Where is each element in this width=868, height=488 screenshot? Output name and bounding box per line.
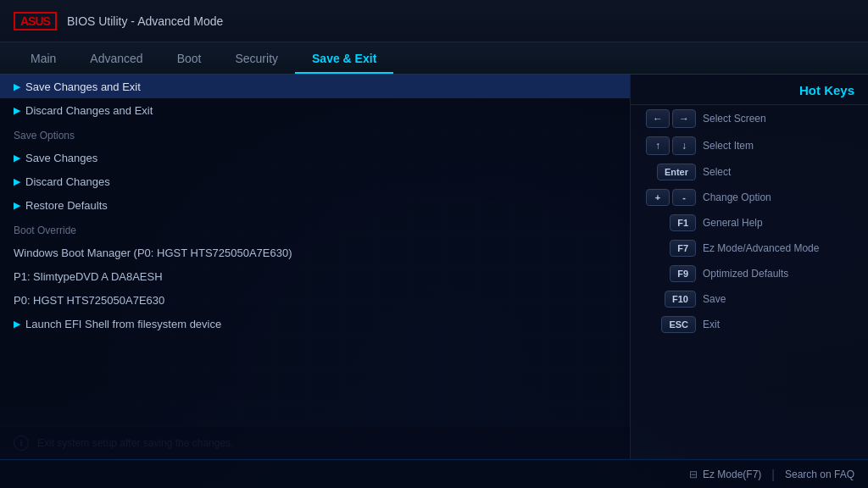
menu-item-label: Restore Defaults bbox=[25, 199, 108, 212]
hotkey-label-general-help: General Help bbox=[703, 217, 858, 229]
menu-item-label: P1: SlimtypeDVD A DA8AESH bbox=[14, 270, 163, 283]
menu-item-label: P0: HGST HTS725050A7E630 bbox=[14, 294, 164, 307]
arrow-icon: ▶ bbox=[14, 200, 20, 211]
key-enter: Enter bbox=[657, 164, 696, 180]
hotkey-keys: F7 bbox=[641, 240, 696, 257]
tab-advanced[interactable]: Advanced bbox=[73, 47, 159, 70]
key-f10: F10 bbox=[665, 291, 696, 308]
menu-item-save-changes-exit[interactable]: ▶ Save Changes and Exit bbox=[0, 75, 630, 98]
tab-security[interactable]: Security bbox=[218, 47, 295, 70]
hotkey-keys: Enter bbox=[641, 164, 696, 180]
menu-item-discard-changes-exit[interactable]: ▶ Discard Changes and Exit bbox=[0, 98, 630, 122]
hotkey-keys: ← → bbox=[641, 109, 696, 128]
hotkeys-panel: Hot Keys ← → Select Screen ↑ ↓ Select It… bbox=[631, 75, 868, 459]
menu-item-p0-hgst[interactable]: P0: HGST HTS725050A7E630 bbox=[0, 288, 630, 312]
ez-mode-icon: ⊟ bbox=[689, 469, 698, 480]
arrow-icon: ▶ bbox=[14, 81, 20, 92]
key-esc: ESC bbox=[661, 316, 696, 333]
key-up: ↑ bbox=[646, 136, 670, 155]
hotkey-label-exit: Exit bbox=[703, 319, 858, 330]
hotkey-label-select: Select bbox=[703, 166, 858, 178]
asus-logo-text: ASUS bbox=[14, 12, 57, 30]
tab-boot[interactable]: Boot bbox=[160, 47, 219, 70]
header: ASUS BIOS Utility - Advanced Mode bbox=[0, 0, 868, 42]
menu-item-label: Windows Boot Manager (P0: HGST HTS725050… bbox=[14, 247, 292, 259]
hotkey-select: Enter Select bbox=[631, 159, 868, 185]
key-f7: F7 bbox=[670, 240, 696, 257]
hotkey-keys: F10 bbox=[641, 291, 696, 308]
menu-item-label: Save Changes and Exit bbox=[25, 80, 141, 93]
menu-item-label: Discard Changes and Exit bbox=[25, 104, 153, 117]
hotkey-select-item: ↑ ↓ Select Item bbox=[631, 132, 868, 159]
hotkey-keys: ↑ ↓ bbox=[641, 136, 696, 155]
menu-item-discard-changes[interactable]: ▶ Discard Changes bbox=[0, 169, 630, 193]
hotkey-keys: + - bbox=[641, 189, 696, 206]
hotkey-keys: F9 bbox=[641, 265, 696, 282]
key-f1: F1 bbox=[670, 214, 696, 231]
menu-item-label: Discard Changes bbox=[25, 175, 110, 188]
key-left: ← bbox=[646, 109, 670, 128]
section-label: Save Options bbox=[14, 130, 75, 141]
hotkey-ez-mode: F7 Ez Mode/Advanced Mode bbox=[631, 236, 868, 261]
menu-item-label: Save Changes bbox=[25, 152, 97, 164]
menu-item-save-changes[interactable]: ▶ Save Changes bbox=[0, 146, 630, 169]
menu-item-restore-defaults[interactable]: ▶ Restore Defaults bbox=[0, 193, 630, 217]
hotkey-label-optimized-defaults: Optimized Defaults bbox=[703, 268, 858, 280]
arrow-icon: ▶ bbox=[14, 152, 20, 164]
hotkey-label-select-item: Select Item bbox=[703, 140, 858, 152]
section-label: Boot Override bbox=[14, 225, 76, 236]
hotkey-optimized-defaults: F9 Optimized Defaults bbox=[631, 261, 868, 286]
content-area: ▶ Save Changes and Exit ▶ Discard Change… bbox=[0, 75, 631, 459]
hotkey-label-change-option: Change Option bbox=[703, 191, 858, 203]
key-f9: F9 bbox=[670, 265, 696, 282]
key-down: ↓ bbox=[672, 136, 696, 155]
section-boot-override: Boot Override bbox=[0, 217, 630, 241]
hotkey-label-select-screen: Select Screen bbox=[703, 113, 858, 125]
arrow-icon: ▶ bbox=[14, 319, 20, 330]
statusbar-search[interactable]: Search on FAQ bbox=[785, 469, 854, 480]
key-plus: + bbox=[646, 189, 670, 206]
search-label: Search on FAQ bbox=[785, 469, 854, 480]
hotkey-keys: ESC bbox=[641, 316, 696, 333]
arrow-icon: ▶ bbox=[14, 176, 20, 187]
tab-save-exit[interactable]: Save & Exit bbox=[295, 47, 393, 70]
statusbar-divider: | bbox=[771, 468, 775, 481]
menu-item-p1-dvd[interactable]: P1: SlimtypeDVD A DA8AESH bbox=[0, 264, 630, 288]
hotkey-keys: F1 bbox=[641, 214, 696, 231]
arrow-icon: ▶ bbox=[14, 105, 20, 116]
tab-main[interactable]: Main bbox=[14, 47, 73, 70]
statusbar: ⊟ Ez Mode(F7) | Search on FAQ bbox=[0, 459, 868, 488]
menu-item-label: Launch EFI Shell from filesystem device bbox=[25, 318, 221, 330]
asus-logo: ASUS bbox=[14, 12, 57, 30]
hotkey-save: F10 Save bbox=[631, 286, 868, 312]
navigation-tabs: Main Advanced Boot Security Save & Exit bbox=[0, 42, 868, 75]
menu-item-launch-efi[interactable]: ▶ Launch EFI Shell from filesystem devic… bbox=[0, 312, 630, 336]
menu-item-windows-boot[interactable]: Windows Boot Manager (P0: HGST HTS725050… bbox=[0, 241, 630, 264]
ez-mode-label: Ez Mode(F7) bbox=[703, 469, 761, 480]
statusbar-ez-mode[interactable]: ⊟ Ez Mode(F7) bbox=[689, 469, 761, 480]
hotkey-change-option: + - Change Option bbox=[631, 185, 868, 210]
hotkey-label-save: Save bbox=[703, 293, 858, 305]
hotkey-select-screen: ← → Select Screen bbox=[631, 105, 868, 132]
hotkey-general-help: F1 General Help bbox=[631, 210, 868, 236]
hotkeys-title: Hot Keys bbox=[631, 75, 868, 105]
header-title: BIOS Utility - Advanced Mode bbox=[67, 14, 223, 28]
section-save-options: Save Options bbox=[0, 122, 630, 146]
hotkey-label-ez-mode: Ez Mode/Advanced Mode bbox=[703, 242, 858, 254]
main-layout: ▶ Save Changes and Exit ▶ Discard Change… bbox=[0, 75, 868, 459]
hotkey-exit: ESC Exit bbox=[631, 312, 868, 337]
key-right: → bbox=[672, 109, 696, 128]
key-minus: - bbox=[672, 189, 696, 206]
